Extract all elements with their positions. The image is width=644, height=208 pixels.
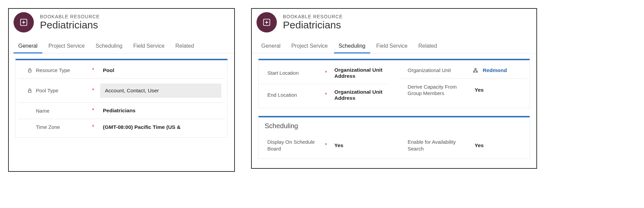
- field-availability-search[interactable]: Enable for Availability Search Yes: [401, 134, 528, 157]
- label-display-on-board: Display On Schedule Board: [267, 139, 321, 152]
- value-start-location: Organizational Unit Address: [332, 67, 383, 79]
- value-display-on-board: Yes: [332, 142, 383, 148]
- section-scheduling: Scheduling Display On Schedule Board * Y…: [259, 116, 530, 159]
- record-title: Pediatricians: [40, 19, 100, 31]
- required-icon: *: [92, 108, 98, 114]
- entity-badge-icon: [257, 12, 277, 32]
- field-start-location[interactable]: Start Location * Organizational Unit Add…: [261, 62, 387, 84]
- panel-scheduling: BOOKABLE RESOURCE Pediatricians General …: [251, 8, 537, 169]
- tab-scheduling[interactable]: Scheduling: [91, 41, 127, 53]
- tab-scheduling[interactable]: Scheduling: [334, 41, 370, 53]
- svg-rect-1: [28, 70, 31, 72]
- lock-icon: [27, 88, 32, 93]
- field-pool-type[interactable]: Pool Type * Account, Contact, User: [18, 79, 225, 103]
- svg-rect-2: [28, 90, 31, 92]
- tab-project-service[interactable]: Project Service: [287, 41, 333, 53]
- label-resource-type: Resource Type: [36, 67, 70, 74]
- lookup-redmond[interactable]: Redmond: [481, 67, 507, 73]
- required-icon: *: [325, 142, 330, 148]
- section-general: Resource Type * Pool Pool Type *: [16, 59, 227, 137]
- tab-related[interactable]: Related: [171, 41, 199, 53]
- field-derive-capacity[interactable]: Derive Capacity From Group Members Yes: [401, 79, 528, 101]
- label-time-zone: Time Zone: [36, 124, 60, 131]
- tab-project-service[interactable]: Project Service: [44, 41, 90, 53]
- required-icon: *: [325, 70, 330, 76]
- required-icon: *: [92, 124, 98, 130]
- value-pool-type: Account, Contact, User: [100, 84, 221, 98]
- required-icon: *: [92, 88, 98, 94]
- tab-general[interactable]: General: [257, 41, 285, 53]
- entity-badge-icon: [14, 12, 34, 32]
- tabs-right: General Project Service Scheduling Field…: [252, 32, 536, 53]
- label-org-unit: Organizational Unit: [408, 67, 451, 74]
- field-resource-type[interactable]: Resource Type * Pool: [18, 62, 225, 79]
- tab-related[interactable]: Related: [414, 41, 442, 53]
- panel-general: BOOKABLE RESOURCE Pediatricians General …: [8, 8, 235, 172]
- value-time-zone: (GMT-08:00) Pacific Time (US &: [101, 124, 221, 130]
- label-availability-search: Enable for Availability Search: [408, 139, 461, 152]
- svg-rect-5: [473, 71, 475, 72]
- required-icon: *: [325, 92, 330, 98]
- tab-field-service[interactable]: Field Service: [372, 41, 412, 53]
- lock-icon: [27, 68, 32, 73]
- field-org-unit[interactable]: Organizational Unit Redmond: [401, 62, 528, 79]
- value-derive-capacity: Yes: [473, 87, 524, 93]
- entity-label: BOOKABLE RESOURCE: [283, 14, 343, 19]
- field-name[interactable]: Name * Pediatricians: [18, 103, 225, 119]
- svg-rect-6: [476, 71, 478, 72]
- field-display-on-board[interactable]: Display On Schedule Board * Yes: [261, 134, 387, 157]
- value-end-location: Organizational Unit Address: [332, 89, 383, 101]
- svg-rect-4: [475, 68, 476, 69]
- record-title: Pediatricians: [283, 19, 343, 31]
- label-derive-capacity: Derive Capacity From Group Members: [408, 84, 461, 97]
- field-end-location[interactable]: End Location * Organizational Unit Addre…: [261, 84, 387, 106]
- value-name: Pediatricians: [101, 108, 221, 114]
- field-time-zone[interactable]: Time Zone * (GMT-08:00) Pacific Time (US…: [18, 119, 225, 135]
- label-name: Name: [36, 108, 49, 114]
- label-pool-type: Pool Type: [36, 87, 58, 94]
- tab-field-service[interactable]: Field Service: [129, 41, 169, 53]
- section-title: Scheduling: [259, 117, 530, 132]
- value-resource-type: Pool: [101, 67, 221, 73]
- org-chart-icon: [473, 68, 478, 73]
- label-end-location: End Location: [267, 92, 297, 98]
- value-availability-search: Yes: [473, 142, 524, 148]
- value-org-unit: Redmond: [473, 67, 524, 73]
- entity-label: BOOKABLE RESOURCE: [40, 14, 100, 19]
- record-header-left: BOOKABLE RESOURCE Pediatricians: [9, 9, 234, 32]
- tabs-left: General Project Service Scheduling Field…: [9, 32, 234, 53]
- label-start-location: Start Location: [267, 70, 299, 76]
- tab-general[interactable]: General: [14, 41, 42, 53]
- required-icon: *: [92, 67, 98, 73]
- record-header-right: BOOKABLE RESOURCE Pediatricians: [252, 9, 536, 32]
- section-locations: Start Location * Organizational Unit Add…: [259, 59, 530, 108]
